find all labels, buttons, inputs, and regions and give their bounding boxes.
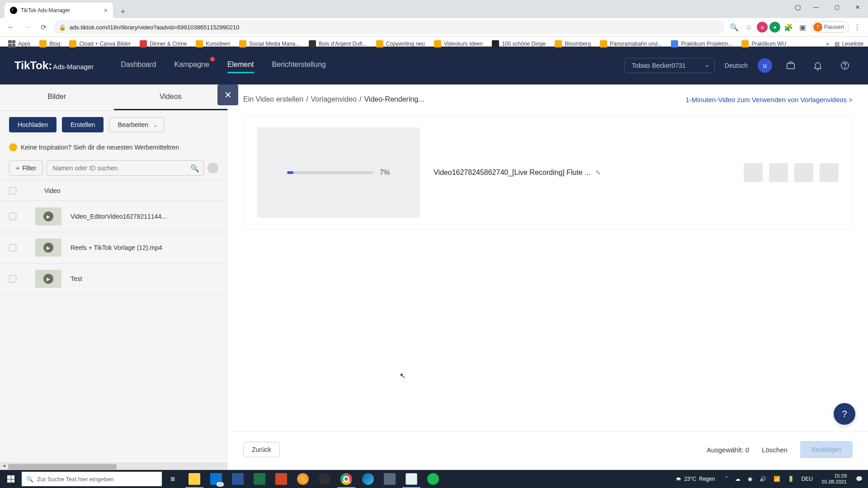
address-bar[interactable]: 🔒 ads.tiktok.com/i18n/library/video?aadv… (53, 20, 724, 34)
extension-icon[interactable]: ● (769, 22, 780, 33)
bookmark-item[interactable]: Copywriting neu (373, 38, 429, 49)
tutorial-link[interactable]: 1-Minuten-Video zum Verwenden von Vorlag… (685, 96, 853, 103)
taskbar-chrome[interactable] (335, 470, 357, 488)
keyboard-lang[interactable]: DEU (800, 476, 815, 482)
nav-bericht[interactable]: Berichterstellung (272, 61, 326, 70)
minimize-button[interactable]: ― (806, 0, 826, 14)
onedrive-icon[interactable]: ☁ (733, 476, 742, 482)
new-tab-button[interactable]: + (117, 5, 129, 18)
horizontal-scrollbar[interactable] (0, 463, 227, 470)
hochladen-button[interactable]: Hochladen (9, 117, 57, 132)
forward-button[interactable]: → (21, 21, 33, 33)
select-all-checkbox[interactable] (9, 187, 16, 194)
breadcrumb-step[interactable]: Ein Video erstellen (243, 95, 303, 103)
bookmark-item[interactable]: Dinner & Crime (136, 38, 190, 49)
bookmark-item[interactable]: Social Media Mana... (236, 38, 303, 49)
maximize-button[interactable]: ▢ (826, 0, 847, 14)
browser-tab[interactable]: TikTok Ads-Manager × (5, 3, 113, 18)
back-button[interactable]: Zurück (243, 442, 280, 457)
help-icon[interactable] (836, 57, 854, 74)
volume-icon[interactable]: 🔊 (758, 476, 768, 482)
language-selector[interactable]: Deutsch (725, 62, 748, 69)
tab-bilder[interactable]: Bilder (0, 84, 114, 110)
delete-link[interactable]: Löschen (762, 446, 788, 454)
start-button[interactable] (0, 470, 22, 488)
back-button[interactable]: ← (5, 21, 17, 33)
extensions-puzzle-icon[interactable]: 🧩 (782, 21, 795, 33)
bearbeiten-dropdown[interactable]: Bearbeiten (109, 117, 164, 132)
tray-chevron-icon[interactable]: ˄ (723, 476, 730, 482)
bookmark-item[interactable]: Praktikum Projektm... (667, 38, 736, 49)
bookmark-item[interactable]: Panoramabahn und... (596, 38, 665, 49)
table-row[interactable]: Test (0, 263, 227, 295)
bookmark-star-icon[interactable]: ☆ (742, 21, 755, 33)
taskbar-powerpoint[interactable] (270, 470, 292, 488)
task-view-button[interactable]: ⊞ (162, 470, 184, 488)
taskbar-word[interactable] (227, 470, 249, 488)
video-thumbnail[interactable] (35, 239, 61, 257)
taskbar-excel[interactable] (249, 470, 270, 488)
extension-icon[interactable]: a (757, 22, 768, 33)
confirm-button[interactable]: Bestätigen (800, 441, 853, 458)
bookmark-item[interactable]: Bois d'Argent Duft... (305, 38, 370, 49)
bookmark-item[interactable]: Blog (36, 38, 64, 49)
send-tab-icon[interactable]: ▣ (797, 21, 809, 33)
row-checkbox[interactable] (9, 213, 16, 220)
bookmark-item[interactable]: Bloomberg (551, 38, 594, 49)
video-thumbnail[interactable] (35, 207, 61, 225)
taskbar-spotify[interactable] (422, 470, 444, 488)
bookmark-item[interactable]: 100 schöne Dinge (488, 38, 549, 49)
taskbar-app[interactable] (292, 470, 314, 488)
taskbar-edge[interactable] (357, 470, 379, 488)
table-row[interactable]: Video_EditorVideo16278211144... (0, 201, 227, 232)
taskbar-mail[interactable]: 23 (205, 470, 227, 488)
table-row[interactable]: Reels + TikTok Vorlage (12).mp4 (0, 232, 227, 263)
sync-off-icon[interactable]: ◯ (789, 0, 806, 14)
nav-dashboard[interactable]: Dashboard (121, 61, 156, 70)
bookmark-item[interactable]: Videokurs Ideen (430, 38, 487, 49)
breadcrumb-step[interactable]: Vorlagenvideo (311, 95, 357, 103)
edit-pencil-icon[interactable]: ✎ (595, 169, 601, 176)
erstellen-button[interactable]: Erstellen (62, 117, 104, 132)
taskbar-obs[interactable] (314, 470, 335, 488)
taskbar-search[interactable]: 🔍 Zur Suche Text hier eingeben (22, 472, 162, 486)
action-center-icon[interactable]: 💬 (854, 476, 864, 482)
row-checkbox[interactable] (9, 244, 16, 251)
bookmark-item[interactable]: Kursideen (192, 38, 234, 49)
tab-videos[interactable]: Videos (114, 84, 228, 110)
help-fab-button[interactable]: ? (834, 403, 855, 425)
reading-list-button[interactable]: ▤ Leseliste (835, 41, 863, 47)
video-thumbnail[interactable] (35, 270, 61, 288)
tiktok-ads-logo[interactable]: TikTok: Ads-Manager (14, 59, 94, 72)
zoom-icon[interactable]: 🔍 (728, 21, 741, 33)
tab-close-icon[interactable]: × (104, 7, 108, 14)
taskbar-notepad[interactable] (401, 470, 422, 488)
bookmark-item[interactable]: Praktikum WU (738, 38, 790, 49)
weather-widget[interactable]: 🌧 23°C Regen (676, 476, 715, 482)
chrome-menu-icon[interactable]: ⋮ (851, 21, 863, 33)
taskbar-app[interactable] (379, 470, 401, 488)
search-input[interactable] (47, 160, 204, 176)
bookmark-item[interactable]: Cload + Canva Bilder (66, 38, 134, 49)
battery-icon[interactable]: 🔋 (786, 476, 796, 482)
bell-icon[interactable] (809, 57, 826, 74)
bookmarks-overflow[interactable]: » (822, 39, 833, 49)
taskbar-explorer[interactable] (184, 470, 205, 488)
location-icon[interactable]: ◉ (746, 476, 754, 482)
reload-button[interactable]: ⟳ (37, 21, 50, 33)
profile-paused-pill[interactable]: T Pausiert (811, 21, 849, 33)
settings-circle-button[interactable] (208, 163, 218, 174)
account-dropdown[interactable]: Tobias Becker0731 (624, 58, 715, 73)
render-card: 7% Video16278245862740_[Live Recording] … (243, 115, 853, 230)
row-checkbox[interactable] (9, 275, 16, 282)
wifi-icon[interactable]: 📶 (772, 476, 782, 482)
nav-kampagne[interactable]: Kampagne (174, 61, 209, 70)
apps-button[interactable]: Apps (5, 38, 34, 49)
taskbar-clock[interactable]: 15:29 01.08.2021 (818, 473, 850, 485)
nav-element[interactable]: Element (227, 61, 254, 70)
briefcase-icon[interactable] (782, 57, 799, 74)
user-avatar[interactable]: u (758, 58, 772, 73)
filter-button[interactable]: + Filter (9, 160, 43, 176)
window-close-button[interactable]: ✕ (847, 0, 868, 14)
close-panel-button[interactable]: ✕ (217, 84, 238, 105)
